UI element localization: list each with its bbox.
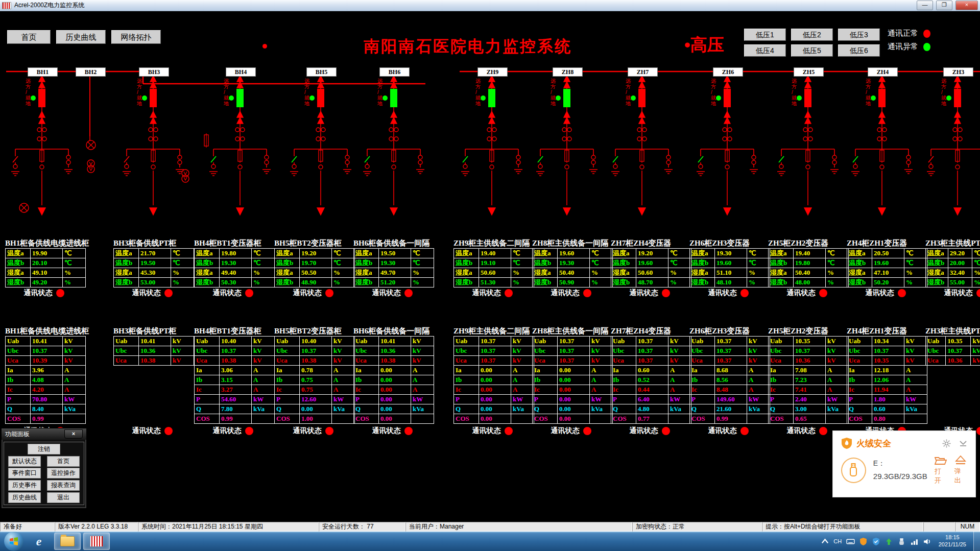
bus-label-ZH3[interactable]: ZH3 <box>943 67 973 77</box>
taskbar-clock[interactable]: 18:15 2021/11/25 <box>939 534 966 548</box>
breaker-ZH3[interactable] <box>954 89 961 107</box>
bus-label-BH5[interactable]: BH5 <box>306 67 337 77</box>
breaker-ZH8[interactable] <box>563 89 570 107</box>
panel-button-事件窗口[interactable]: 事件窗口 <box>8 468 41 478</box>
table-cell: kV <box>252 337 275 346</box>
toolbar-button-3[interactable]: 网络拓扑 <box>111 30 161 44</box>
panel-button-首页[interactable]: 首页 <box>47 456 80 467</box>
table-cell: ℃ <box>972 258 980 268</box>
hidden-icons-chevron[interactable] <box>821 537 829 546</box>
breaker-ZH7[interactable] <box>638 89 646 107</box>
toolbar-button-1[interactable]: 首页 <box>7 30 51 44</box>
breaker-BH6[interactable] <box>390 89 397 107</box>
keyboard-tray-icon[interactable] <box>846 537 855 546</box>
minimize-button[interactable]: — <box>917 1 933 10</box>
bus-label-ZH9[interactable]: ZH9 <box>477 67 508 77</box>
taskbar-explorer-icon[interactable] <box>54 533 81 550</box>
table-cell: 温度a <box>114 249 139 258</box>
table-cell <box>668 414 691 424</box>
collapse-chevron-icon[interactable] <box>959 440 967 446</box>
toolbar-button-2[interactable]: 历史曲线 <box>56 30 106 44</box>
table-row: Uca10.38kV <box>275 356 355 366</box>
close-button[interactable]: × <box>955 1 978 10</box>
lv-button-3[interactable]: 低压3 <box>838 29 880 41</box>
language-indicator[interactable]: CH <box>833 537 842 546</box>
network-tray-icon[interactable] <box>910 537 919 546</box>
bus-label-ZH4[interactable]: ZH4 <box>868 67 898 77</box>
table-cell: 0.00 <box>558 375 590 385</box>
table-row: Uab10.35kV <box>926 337 980 346</box>
breaker-BH5[interactable] <box>317 89 324 107</box>
elec-table: ZH9柜主供线备二间隔Uab10.37kVUbc10.37kVUca10.37k… <box>453 326 534 424</box>
comm-status: 通讯状态 <box>113 289 191 298</box>
table-cell: % <box>590 268 613 278</box>
table-row: 湿度b50.20% <box>847 278 927 288</box>
usb-tray-icon[interactable] <box>897 537 906 546</box>
table-cell: P <box>769 395 794 404</box>
system-tray: CH 18:15 2021/11/25 <box>821 532 980 551</box>
function-panel-body: 注销默认状态首页事件窗口遥控操作历史事件报表查询历史曲线退出 <box>4 442 84 505</box>
security-shield-tray-icon[interactable] <box>872 537 880 546</box>
table-title: BH6柜备供线备一间隔 <box>353 238 434 248</box>
panel-button-注销[interactable]: 注销 <box>28 444 60 454</box>
table-cell: 温度b <box>6 258 31 268</box>
table-cell: 19.20 <box>300 249 332 258</box>
table-row: Ia0.60A <box>611 366 691 375</box>
usb-eject-button[interactable]: 弹出 <box>954 456 967 485</box>
table-title: BH3柜备供线PT柜 <box>113 326 194 336</box>
windows-logo-icon <box>9 536 19 546</box>
bus-label-ZH8[interactable]: ZH8 <box>553 67 583 77</box>
bus-label-BH6[interactable]: BH6 <box>379 67 410 77</box>
table-cell: 55.00 <box>948 278 972 288</box>
volume-tray-icon[interactable] <box>923 537 931 546</box>
breaker-ZH4[interactable] <box>878 89 886 107</box>
panel-button-遥控操作[interactable]: 遥控操作 <box>47 468 80 478</box>
lv-button-1[interactable]: 低压1 <box>744 29 786 41</box>
bus-label-BH1[interactable]: BH1 <box>28 67 58 77</box>
usb-open-button[interactable]: 打开 <box>935 456 947 485</box>
huorong-tray-icon[interactable] <box>859 537 868 546</box>
table-cell: COS <box>6 414 31 424</box>
panel-button-报表查询[interactable]: 报表查询 <box>47 480 80 491</box>
panel-button-历史曲线[interactable]: 历史曲线 <box>8 492 41 503</box>
start-button[interactable] <box>4 532 23 551</box>
panel-button-历史事件[interactable]: 历史事件 <box>8 480 41 491</box>
bus-label-ZH6[interactable]: ZH6 <box>713 67 743 77</box>
panel-button-默认状态[interactable]: 默认状态 <box>8 456 41 467</box>
breaker-ZH5[interactable] <box>804 89 811 107</box>
table-cell: kV <box>590 346 613 356</box>
table-row: Ic3.27A <box>195 385 275 395</box>
breaker-ZH9[interactable] <box>488 89 495 107</box>
breaker-BH4[interactable] <box>236 89 244 107</box>
taskbar-acrel-app-icon[interactable] <box>83 533 110 550</box>
breaker-BH3[interactable] <box>150 89 157 107</box>
comm-status-dot <box>898 289 906 297</box>
bus-label-BH4[interactable]: BH4 <box>226 67 256 77</box>
table-row: P0.00kW <box>354 395 434 404</box>
breaker-ZH6[interactable] <box>724 89 731 107</box>
table-cell: Uca <box>611 356 636 366</box>
table-row: Ubc10.37kV <box>847 346 927 356</box>
table-cell: 温度a <box>195 249 220 258</box>
panel-button-退出[interactable]: 退出 <box>47 492 80 503</box>
table-cell: % <box>252 268 275 278</box>
function-panel-close-icon[interactable]: × <box>64 429 83 439</box>
maximize-button[interactable]: ❐ <box>936 1 952 10</box>
table-cell: 19.90 <box>31 249 63 258</box>
taskbar-ie-icon[interactable]: e <box>26 533 52 549</box>
function-panel-title: 功能面板 <box>5 430 30 439</box>
settings-gear-icon[interactable] <box>942 439 951 448</box>
bus-label-ZH7[interactable]: ZH7 <box>628 67 658 77</box>
bus-label-BH3[interactable]: BH3 <box>139 67 169 77</box>
show-desktop-button[interactable] <box>973 532 980 551</box>
bus-label-ZH5[interactable]: ZH5 <box>794 67 824 77</box>
table-row: 湿度b51.20% <box>354 278 434 288</box>
breaker-BH1[interactable] <box>38 89 45 107</box>
table-cell: COS <box>690 414 715 424</box>
bus-label-BH2[interactable]: BH2 <box>76 67 106 77</box>
green-arrow-tray-icon[interactable] <box>885 537 893 546</box>
table-row: Uab10.37kV <box>690 337 770 346</box>
lv-button-2[interactable]: 低压2 <box>791 29 833 41</box>
table-title: BH3柜备供线PT柜 <box>113 238 194 248</box>
table-cell: 温度a <box>275 249 300 258</box>
